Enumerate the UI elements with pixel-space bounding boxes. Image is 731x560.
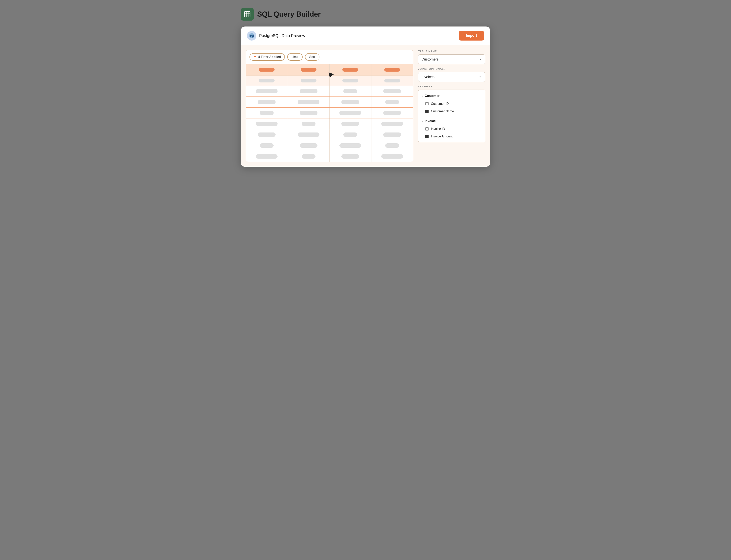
cell-pill — [383, 132, 401, 137]
data-cell — [246, 140, 288, 151]
limit-chip[interactable]: Limit — [287, 53, 303, 61]
cell-pill — [256, 154, 278, 159]
cell-pill — [298, 132, 320, 137]
cell-pill — [340, 143, 361, 148]
data-cell — [330, 140, 371, 151]
data-cell — [288, 140, 330, 151]
table-name-label: TABLE NAME — [418, 50, 485, 53]
import-button[interactable]: Import — [459, 31, 484, 41]
cell-pill — [302, 122, 316, 126]
cell-pill — [300, 111, 318, 115]
col-group-customer-label: Customer — [425, 94, 439, 98]
cell-pill — [342, 154, 359, 159]
table-subheader-cell-2 — [288, 76, 330, 86]
data-cell — [288, 86, 330, 96]
filter-applied-chip[interactable]: ▼ 4 Filter Applied — [250, 53, 285, 61]
cell-pill — [256, 89, 278, 93]
header-pill-1 — [259, 68, 275, 72]
table-name-select[interactable]: Customers Invoices Products Orders — [418, 54, 485, 64]
col-group-invoice: › Invoice Invoice ID Invoice Amount — [418, 117, 485, 140]
svg-rect-0 — [245, 11, 250, 17]
svg-text:Pg: Pg — [250, 34, 254, 37]
table-row — [246, 97, 413, 108]
card-header-title: PostgreSQL Data Preview — [259, 33, 305, 38]
data-cell — [330, 108, 371, 118]
cell-pill — [381, 122, 403, 126]
cell-pill — [342, 122, 359, 126]
header-pill-3 — [343, 68, 358, 72]
joins-select[interactable]: Invoices Products Orders — [418, 72, 485, 82]
data-cell — [288, 129, 330, 140]
table-header-cell-4 — [371, 64, 413, 76]
col-item-invoice-amount-label: Invoice Amount — [431, 135, 452, 138]
main-card: Pg PostgreSQL Data Preview Import ▼ 4 Fi… — [241, 26, 490, 167]
cell-pill — [258, 100, 276, 104]
table-row — [246, 118, 413, 129]
cell-pill — [300, 89, 318, 93]
cell-pill — [385, 100, 399, 104]
data-cell — [288, 118, 330, 129]
data-cell — [330, 151, 371, 162]
table-row — [246, 151, 413, 162]
cell-pill — [385, 143, 399, 148]
col-item-customer-id-label: Customer ID — [431, 102, 449, 106]
filter-chip-label: 4 Filter Applied — [258, 55, 281, 59]
cell-pill — [260, 111, 274, 115]
filter-icon: ▼ — [254, 55, 257, 59]
checkbox-unchecked-icon — [425, 127, 428, 131]
table-row — [246, 86, 413, 97]
right-panel: TABLE NAME Customers Invoices Products O… — [418, 50, 485, 162]
app-icon — [241, 8, 254, 21]
data-cell — [288, 108, 330, 118]
col-item-invoice-amount[interactable]: Invoice Amount — [418, 133, 485, 140]
data-cell — [371, 86, 413, 96]
header-pill-2 — [301, 68, 317, 72]
col-item-invoice-id[interactable]: Invoice ID — [418, 125, 485, 133]
card-header: Pg PostgreSQL Data Preview Import — [241, 26, 490, 45]
data-cell — [330, 86, 371, 96]
subheader-pill-4 — [384, 79, 400, 82]
table-header-cell-2 — [288, 64, 330, 76]
table-row — [246, 129, 413, 140]
checkbox-checked-icon — [425, 135, 428, 138]
data-cell — [288, 97, 330, 107]
col-item-customer-name[interactable]: Customer Name — [418, 108, 485, 115]
data-cell — [371, 140, 413, 151]
data-cell — [371, 129, 413, 140]
data-cell — [246, 129, 288, 140]
data-cell — [246, 151, 288, 162]
filter-bar: ▼ 4 Filter Applied Limit Sort — [246, 50, 413, 64]
cell-pill — [258, 132, 276, 137]
chevron-right-icon: › — [422, 119, 423, 123]
subheader-pill-1 — [259, 79, 275, 82]
cell-pill — [381, 154, 403, 159]
cell-pill — [256, 122, 278, 126]
data-cell — [246, 86, 288, 96]
card-body: ▼ 4 Filter Applied Limit Sort — [241, 45, 490, 167]
subheader-pill-2 — [301, 79, 317, 82]
columns-section: COLUMNS › Customer Customer ID — [418, 85, 485, 142]
app-header: SQL Query Builder — [241, 8, 490, 21]
cell-pill — [302, 154, 316, 159]
table-name-section: TABLE NAME Customers Invoices Products O… — [418, 50, 485, 64]
data-cell — [330, 118, 371, 129]
cell-pill — [298, 100, 320, 104]
col-group-invoice-header[interactable]: › Invoice — [418, 117, 485, 125]
data-table — [246, 64, 413, 162]
table-row — [246, 140, 413, 151]
data-cell — [246, 118, 288, 129]
cell-pill — [344, 89, 357, 93]
table-row — [246, 108, 413, 118]
data-cell — [330, 129, 371, 140]
col-group-customer-header[interactable]: › Customer — [418, 92, 485, 100]
col-group-customer: › Customer Customer ID Customer Name — [418, 92, 485, 115]
joins-label: JOINS (OPTIONAL) — [418, 67, 485, 70]
data-cell — [371, 108, 413, 118]
table-header-cell-1 — [246, 64, 288, 76]
card-header-left: Pg PostgreSQL Data Preview — [247, 31, 305, 41]
data-cell — [330, 97, 371, 107]
columns-label: COLUMNS — [418, 85, 485, 88]
col-item-customer-id[interactable]: Customer ID — [418, 100, 485, 108]
sort-chip[interactable]: Sort — [305, 53, 320, 61]
table-subheader-cell-3 — [330, 76, 371, 86]
